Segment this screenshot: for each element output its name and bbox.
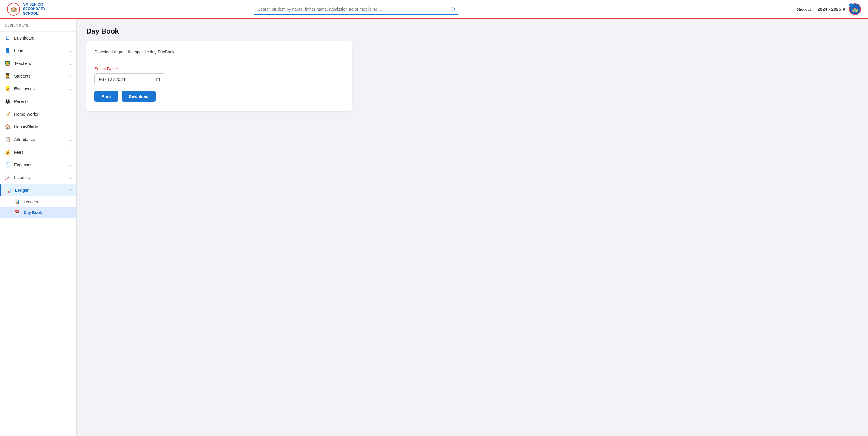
sidebar-search-area [0, 19, 76, 32]
school-logo: 🏫 [7, 3, 20, 15]
sidebar-item-label: Parents [14, 99, 72, 104]
sidebar-item-ledger[interactable]: 📊 Ledger ∧ [0, 184, 76, 197]
chevron-down-icon: ∨ [69, 137, 72, 142]
houseblocks-icon: 🏠 [5, 124, 11, 130]
logo-area: 🏫 VM SENIOR SECONDARY SCHOOL [7, 2, 84, 16]
sidebar-item-dashboard[interactable]: ⊞ Dashboard [0, 32, 76, 44]
main-layout: ⊞ Dashboard 👤 Leads ∨ 👨‍🏫 Teachers ∨ 👩‍🎓… [0, 19, 868, 436]
sidebar-item-label: Leads [14, 48, 66, 53]
action-buttons: Print Download [94, 91, 344, 102]
sidebar-item-attendance[interactable]: 📋 Attendance ∨ [0, 133, 76, 146]
search-clear-icon[interactable]: ✕ [452, 6, 456, 12]
sidebar-item-label: Attendance [14, 137, 66, 142]
sidebar-item-homeworks[interactable]: 📝 Home Works [0, 108, 76, 120]
session-selector[interactable]: 2024 - 2025 ∨ [817, 6, 845, 12]
sidebar-subitem-label: Ledgers [24, 200, 38, 204]
teachers-icon: 👨‍🏫 [5, 61, 11, 66]
ledger-icon: 📊 [6, 187, 11, 193]
required-marker: * [117, 66, 118, 71]
print-button[interactable]: Print [94, 91, 118, 102]
sidebar-item-teachers[interactable]: 👨‍🏫 Teachers ∨ [0, 57, 76, 70]
fees-icon: 💰 [5, 149, 11, 155]
sidebar-subitem-label: Day Book [24, 210, 42, 215]
sidebar-item-label: Dashboard [14, 36, 72, 40]
sidebar-item-students[interactable]: 👩‍🎓 Students ∨ [0, 70, 76, 82]
sidebar-search-input[interactable] [5, 23, 72, 27]
daybook-icon: 📅 [14, 210, 20, 215]
sidebar-item-label: Incomes [14, 175, 66, 180]
card-subtitle: Download or print the specific day DayBo… [94, 49, 344, 59]
students-icon: 👩‍🎓 [5, 73, 11, 79]
select-date-label: Select Date * [94, 66, 344, 71]
sidebar-item-incomes[interactable]: 📈 Incomes ∨ [0, 171, 76, 184]
sidebar-subitem-daybook[interactable]: 📅 Day Book [0, 207, 76, 218]
attendance-icon: 📋 [5, 137, 11, 142]
chevron-down-icon: ∨ [69, 49, 72, 53]
daybook-card: Download or print the specific day DayBo… [86, 41, 352, 111]
incomes-icon: 📈 [5, 175, 11, 180]
sidebar-item-label: Expenses [14, 163, 66, 167]
sidebar-item-label: Teachers [14, 61, 66, 66]
verified-badge-icon: ✓ [849, 3, 853, 7]
sidebar-item-label: Students [14, 74, 66, 78]
chevron-down-icon: ∨ [69, 163, 72, 167]
user-avatar[interactable]: ✓ 🏫 [849, 3, 861, 15]
chevron-down-icon: ∨ [69, 150, 72, 154]
sidebar: ⊞ Dashboard 👤 Leads ∨ 👨‍🏫 Teachers ∨ 👩‍🎓… [0, 19, 77, 436]
sidebar-item-employees[interactable]: 👷 Employees ∨ [0, 82, 76, 95]
page-title: Day Book [86, 27, 859, 35]
sidebar-item-parents[interactable]: 👨‍👩‍👧 Parents [0, 95, 76, 108]
sidebar-item-expenses[interactable]: 🧾 Expenses ∨ [0, 159, 76, 171]
sidebar-subitem-ledgers[interactable]: 📊 Ledgers [0, 197, 76, 207]
chevron-down-icon: ∨ [69, 74, 72, 78]
chevron-down-icon: ∨ [69, 175, 72, 180]
leads-icon: 👤 [5, 48, 11, 54]
chevron-down-icon: ∨ [69, 87, 72, 91]
session-area: Session: 2024 - 2025 ∨ ✓ 🏫 [797, 3, 861, 15]
logo-icon: 🏫 [10, 6, 17, 12]
sidebar-item-label: Ledger [15, 188, 66, 193]
parents-icon: 👨‍👩‍👧 [5, 99, 11, 104]
topbar: 🏫 VM SENIOR SECONDARY SCHOOL ✕ Session: … [0, 0, 868, 19]
school-name: VM SENIOR SECONDARY SCHOOL [23, 2, 58, 16]
sidebar-item-label: Fees [14, 150, 66, 155]
sidebar-item-fees[interactable]: 💰 Fees ∨ [0, 146, 76, 159]
expenses-icon: 🧾 [5, 162, 11, 168]
main-content: Day Book Download or print the specific … [77, 19, 868, 436]
date-picker[interactable] [94, 73, 165, 85]
sidebar-item-leads[interactable]: 👤 Leads ∨ [0, 44, 76, 57]
sidebar-item-label: House/Blocks [14, 125, 72, 129]
global-search-bar: ✕ [253, 4, 459, 15]
global-search-input[interactable] [253, 4, 459, 15]
ledgers-icon: 📊 [14, 199, 20, 204]
chevron-down-icon: ∨ [69, 61, 72, 66]
chevron-up-icon: ∧ [69, 188, 72, 192]
sidebar-item-houseblocks[interactable]: 🏠 House/Blocks [0, 120, 76, 133]
dashboard-icon: ⊞ [5, 35, 11, 41]
sidebar-item-label: Home Works [14, 112, 72, 116]
session-label: Session: [797, 7, 814, 12]
employees-icon: 👷 [5, 86, 11, 92]
download-button[interactable]: Download [122, 91, 156, 102]
sidebar-item-label: Employees [14, 87, 66, 91]
homeworks-icon: 📝 [5, 111, 11, 117]
session-chevron-icon: ∨ [842, 6, 845, 11]
